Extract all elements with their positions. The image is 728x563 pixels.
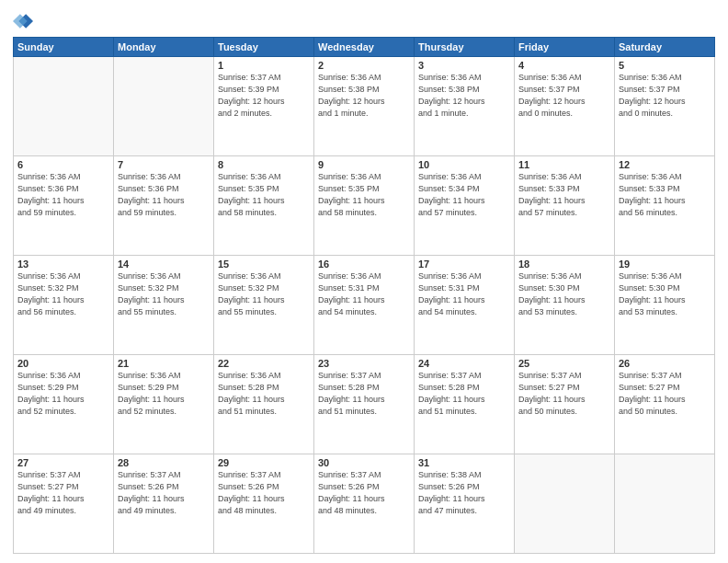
day-number: 4	[518, 60, 610, 71]
calendar-cell: 25Sunrise: 5:37 AM Sunset: 5:27 PM Dayli…	[515, 355, 615, 454]
day-info: Sunrise: 5:36 AM Sunset: 5:36 PM Dayligh…	[118, 171, 210, 219]
day-info: Sunrise: 5:36 AM Sunset: 5:30 PM Dayligh…	[518, 270, 610, 318]
day-number: 8	[218, 159, 310, 170]
day-info: Sunrise: 5:37 AM Sunset: 5:27 PM Dayligh…	[17, 469, 109, 517]
calendar-cell: 11Sunrise: 5:36 AM Sunset: 5:33 PM Dayli…	[515, 156, 615, 256]
day-info: Sunrise: 5:36 AM Sunset: 5:37 PM Dayligh…	[619, 72, 711, 120]
calendar-cell: 31Sunrise: 5:38 AM Sunset: 5:26 PM Dayli…	[415, 454, 515, 554]
calendar-week-1: 1Sunrise: 5:37 AM Sunset: 5:39 PM Daylig…	[14, 57, 715, 156]
column-header-thursday: Thursday	[415, 38, 515, 57]
calendar-cell: 28Sunrise: 5:37 AM Sunset: 5:26 PM Dayli…	[114, 454, 214, 554]
calendar: SundayMondayTuesdayWednesdayThursdayFrid…	[13, 37, 715, 554]
day-number: 5	[619, 60, 711, 71]
calendar-cell: 5Sunrise: 5:36 AM Sunset: 5:37 PM Daylig…	[615, 57, 715, 156]
column-header-sunday: Sunday	[14, 38, 114, 57]
calendar-cell: 8Sunrise: 5:36 AM Sunset: 5:35 PM Daylig…	[214, 156, 314, 256]
page: SundayMondayTuesdayWednesdayThursdayFrid…	[0, 0, 728, 563]
day-info: Sunrise: 5:37 AM Sunset: 5:27 PM Dayligh…	[619, 370, 711, 418]
day-info: Sunrise: 5:37 AM Sunset: 5:28 PM Dayligh…	[418, 370, 510, 418]
day-number: 9	[318, 159, 410, 170]
day-number: 7	[118, 159, 210, 170]
calendar-cell	[114, 57, 214, 156]
day-info: Sunrise: 5:38 AM Sunset: 5:26 PM Dayligh…	[418, 469, 510, 517]
day-info: Sunrise: 5:36 AM Sunset: 5:31 PM Dayligh…	[418, 270, 510, 318]
column-header-monday: Monday	[114, 38, 214, 57]
day-number: 1	[218, 60, 310, 71]
calendar-cell	[615, 454, 715, 554]
calendar-cell: 13Sunrise: 5:36 AM Sunset: 5:32 PM Dayli…	[14, 256, 114, 355]
calendar-cell: 27Sunrise: 5:37 AM Sunset: 5:27 PM Dayli…	[14, 454, 114, 554]
day-info: Sunrise: 5:36 AM Sunset: 5:29 PM Dayligh…	[17, 370, 109, 418]
day-info: Sunrise: 5:36 AM Sunset: 5:36 PM Dayligh…	[17, 171, 109, 219]
calendar-cell: 16Sunrise: 5:36 AM Sunset: 5:31 PM Dayli…	[314, 256, 415, 355]
day-number: 3	[418, 60, 510, 71]
calendar-cell: 24Sunrise: 5:37 AM Sunset: 5:28 PM Dayli…	[415, 355, 515, 454]
day-number: 12	[619, 159, 711, 170]
column-header-saturday: Saturday	[615, 38, 715, 57]
calendar-cell: 20Sunrise: 5:36 AM Sunset: 5:29 PM Dayli…	[14, 355, 114, 454]
day-number: 22	[218, 358, 310, 369]
logo	[13, 11, 37, 31]
calendar-week-2: 6Sunrise: 5:36 AM Sunset: 5:36 PM Daylig…	[14, 156, 715, 256]
calendar-cell	[515, 454, 615, 554]
calendar-cell: 6Sunrise: 5:36 AM Sunset: 5:36 PM Daylig…	[14, 156, 114, 256]
calendar-week-5: 27Sunrise: 5:37 AM Sunset: 5:27 PM Dayli…	[14, 454, 715, 554]
calendar-cell: 2Sunrise: 5:36 AM Sunset: 5:38 PM Daylig…	[314, 57, 415, 156]
day-number: 30	[318, 457, 410, 468]
day-number: 29	[218, 457, 310, 468]
day-info: Sunrise: 5:36 AM Sunset: 5:32 PM Dayligh…	[17, 270, 109, 318]
day-info: Sunrise: 5:37 AM Sunset: 5:26 PM Dayligh…	[118, 469, 210, 517]
day-info: Sunrise: 5:36 AM Sunset: 5:29 PM Dayligh…	[118, 370, 210, 418]
day-number: 31	[418, 457, 510, 468]
calendar-cell: 29Sunrise: 5:37 AM Sunset: 5:26 PM Dayli…	[214, 454, 314, 554]
day-number: 27	[17, 457, 109, 468]
day-info: Sunrise: 5:36 AM Sunset: 5:35 PM Dayligh…	[218, 171, 310, 219]
calendar-cell: 4Sunrise: 5:36 AM Sunset: 5:37 PM Daylig…	[515, 57, 615, 156]
calendar-week-4: 20Sunrise: 5:36 AM Sunset: 5:29 PM Dayli…	[14, 355, 715, 454]
day-info: Sunrise: 5:36 AM Sunset: 5:37 PM Dayligh…	[518, 72, 610, 120]
day-number: 19	[619, 259, 711, 270]
column-header-friday: Friday	[515, 38, 615, 57]
day-info: Sunrise: 5:36 AM Sunset: 5:30 PM Dayligh…	[619, 270, 711, 318]
day-number: 10	[418, 159, 510, 170]
day-number: 17	[418, 259, 510, 270]
calendar-cell: 1Sunrise: 5:37 AM Sunset: 5:39 PM Daylig…	[214, 57, 314, 156]
calendar-cell: 14Sunrise: 5:36 AM Sunset: 5:32 PM Dayli…	[114, 256, 214, 355]
day-number: 28	[118, 457, 210, 468]
day-number: 13	[17, 259, 109, 270]
day-number: 6	[17, 159, 109, 170]
calendar-cell: 22Sunrise: 5:36 AM Sunset: 5:28 PM Dayli…	[214, 355, 314, 454]
day-number: 11	[518, 159, 610, 170]
logo-icon	[13, 11, 33, 31]
calendar-cell: 3Sunrise: 5:36 AM Sunset: 5:38 PM Daylig…	[415, 57, 515, 156]
day-number: 25	[518, 358, 610, 369]
day-number: 23	[318, 358, 410, 369]
calendar-cell: 21Sunrise: 5:36 AM Sunset: 5:29 PM Dayli…	[114, 355, 214, 454]
day-number: 16	[318, 259, 410, 270]
calendar-header-row: SundayMondayTuesdayWednesdayThursdayFrid…	[14, 38, 715, 57]
day-info: Sunrise: 5:37 AM Sunset: 5:26 PM Dayligh…	[318, 469, 410, 517]
day-info: Sunrise: 5:37 AM Sunset: 5:26 PM Dayligh…	[218, 469, 310, 517]
calendar-cell: 19Sunrise: 5:36 AM Sunset: 5:30 PM Dayli…	[615, 256, 715, 355]
day-info: Sunrise: 5:36 AM Sunset: 5:33 PM Dayligh…	[518, 171, 610, 219]
calendar-week-3: 13Sunrise: 5:36 AM Sunset: 5:32 PM Dayli…	[14, 256, 715, 355]
day-number: 15	[218, 259, 310, 270]
calendar-cell	[14, 57, 114, 156]
day-number: 20	[17, 358, 109, 369]
calendar-cell: 7Sunrise: 5:36 AM Sunset: 5:36 PM Daylig…	[114, 156, 214, 256]
column-header-tuesday: Tuesday	[214, 38, 314, 57]
day-info: Sunrise: 5:36 AM Sunset: 5:31 PM Dayligh…	[318, 270, 410, 318]
calendar-cell: 30Sunrise: 5:37 AM Sunset: 5:26 PM Dayli…	[314, 454, 415, 554]
day-info: Sunrise: 5:36 AM Sunset: 5:32 PM Dayligh…	[218, 270, 310, 318]
day-info: Sunrise: 5:36 AM Sunset: 5:34 PM Dayligh…	[418, 171, 510, 219]
day-info: Sunrise: 5:36 AM Sunset: 5:38 PM Dayligh…	[418, 72, 510, 120]
day-number: 21	[118, 358, 210, 369]
day-info: Sunrise: 5:36 AM Sunset: 5:33 PM Dayligh…	[619, 171, 711, 219]
calendar-cell: 17Sunrise: 5:36 AM Sunset: 5:31 PM Dayli…	[415, 256, 515, 355]
day-number: 24	[418, 358, 510, 369]
calendar-cell: 9Sunrise: 5:36 AM Sunset: 5:35 PM Daylig…	[314, 156, 415, 256]
calendar-cell: 18Sunrise: 5:36 AM Sunset: 5:30 PM Dayli…	[515, 256, 615, 355]
day-info: Sunrise: 5:36 AM Sunset: 5:32 PM Dayligh…	[118, 270, 210, 318]
calendar-cell: 10Sunrise: 5:36 AM Sunset: 5:34 PM Dayli…	[415, 156, 515, 256]
day-number: 14	[118, 259, 210, 270]
